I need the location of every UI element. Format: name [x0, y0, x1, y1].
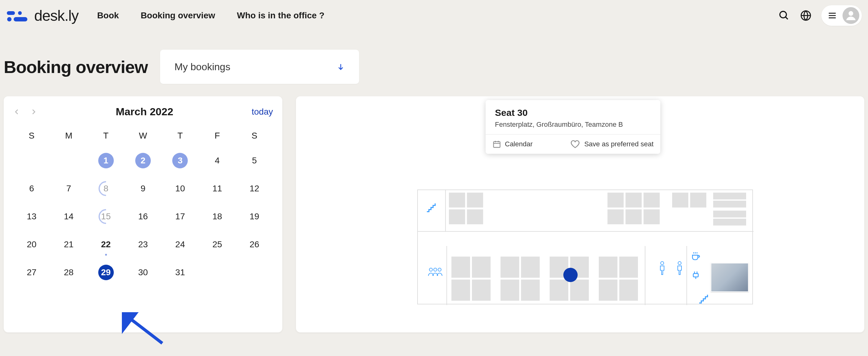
- content: March 2022 today SMTWTFS1234567891011121…: [0, 96, 868, 332]
- popover-subtitle: Fensterplatz, Großraumbüro, Teamzone B: [495, 121, 651, 129]
- person-icon: [658, 261, 666, 275]
- nav-who[interactable]: Who is in the office ?: [237, 10, 324, 21]
- calendar-day[interactable]: 21: [50, 236, 87, 253]
- arrow-down-icon: [337, 63, 345, 71]
- calendar-day[interactable]: 20: [13, 236, 50, 253]
- calendar-dow: T: [87, 131, 124, 141]
- calendar-day[interactable]: 4: [199, 153, 236, 169]
- coffee-icon: [691, 251, 701, 261]
- svg-point-10: [849, 11, 854, 16]
- main-nav: Book Booking overview Who is in the offi…: [97, 10, 324, 21]
- calendar-day[interactable]: 15: [87, 208, 124, 225]
- calendar-day[interactable]: 19: [236, 208, 273, 225]
- popover-calendar-label: Calendar: [505, 140, 532, 148]
- cursor-arrow-annotation: [122, 312, 165, 346]
- person-icon: [676, 261, 683, 275]
- search-icon: [778, 10, 789, 21]
- globe-icon: [800, 10, 811, 21]
- calendar-day[interactable]: 5: [236, 153, 273, 169]
- calendar-dow: S: [236, 131, 273, 141]
- calendar-day[interactable]: 9: [124, 181, 161, 197]
- hamburger-icon: [828, 11, 837, 20]
- svg-point-15: [438, 268, 441, 271]
- nav-book[interactable]: Book: [97, 10, 119, 21]
- calendar-header: March 2022 today: [13, 106, 273, 118]
- svg-rect-18: [693, 274, 698, 277]
- dropdown-label: My bookings: [175, 61, 230, 73]
- avatar: [842, 7, 859, 24]
- svg-point-17: [678, 262, 681, 265]
- room-thumbnail[interactable]: [711, 263, 749, 292]
- today-button[interactable]: today: [252, 107, 273, 117]
- calendar-day[interactable]: 3: [162, 153, 199, 169]
- calendar-day[interactable]: 12: [236, 181, 273, 197]
- heart-icon: [570, 139, 580, 149]
- calendar-day: [199, 264, 236, 281]
- calendar-day[interactable]: 27: [13, 264, 50, 281]
- calendar-dow: W: [124, 131, 161, 141]
- calendar-day[interactable]: 1: [87, 153, 124, 169]
- floorplan-card: Seat 30 Fensterplatz, Großraumbüro, Team…: [296, 96, 864, 332]
- nav-overview[interactable]: Booking overview: [141, 10, 215, 21]
- bookings-filter-dropdown[interactable]: My bookings: [160, 50, 359, 84]
- svg-point-14: [434, 268, 437, 271]
- svg-point-2: [7, 17, 11, 22]
- calendar-day[interactable]: 7: [50, 181, 87, 197]
- search-button[interactable]: [778, 9, 790, 22]
- calendar-day[interactable]: 16: [124, 208, 161, 225]
- calendar-day[interactable]: 11: [199, 181, 236, 197]
- calendar-day[interactable]: 14: [50, 208, 87, 225]
- svg-rect-3: [14, 17, 27, 22]
- plug-icon: [691, 270, 701, 280]
- calendar-day[interactable]: 24: [162, 236, 199, 253]
- svg-point-1: [18, 11, 22, 15]
- calendar-day[interactable]: 23: [124, 236, 161, 253]
- svg-point-4: [780, 11, 786, 18]
- stairs-icon: [698, 293, 710, 305]
- calendar-day[interactable]: 8: [87, 181, 124, 197]
- calendar-dow: F: [199, 131, 236, 141]
- calendar-day: [50, 153, 87, 169]
- seat-popover: Seat 30 Fensterplatz, Großraumbüro, Team…: [486, 100, 660, 154]
- calendar-day[interactable]: 10: [162, 181, 199, 197]
- calendar-day[interactable]: 18: [199, 208, 236, 225]
- svg-point-13: [429, 268, 432, 271]
- svg-line-12: [127, 317, 162, 343]
- logo[interactable]: desk.ly: [6, 7, 79, 24]
- popover-title: Seat 30: [495, 107, 651, 118]
- calendar-dow: T: [162, 131, 199, 141]
- calendar-day[interactable]: 26: [236, 236, 273, 253]
- calendar-day[interactable]: 2: [124, 153, 161, 169]
- calendar-day[interactable]: 28: [50, 264, 87, 281]
- calendar-dow: S: [13, 131, 50, 141]
- calendar-day[interactable]: 31: [162, 264, 199, 281]
- calendar-day[interactable]: 29: [87, 264, 124, 281]
- popover-save-action[interactable]: Save as preferred seat: [570, 139, 653, 149]
- calendar-day[interactable]: 25: [199, 236, 236, 253]
- floorplan[interactable]: [417, 190, 753, 304]
- svg-rect-0: [7, 11, 15, 15]
- selected-seat-marker[interactable]: [563, 268, 578, 282]
- logo-text: desk.ly: [34, 7, 79, 24]
- calendar-icon: [492, 140, 501, 149]
- calendar-day[interactable]: 17: [162, 208, 199, 225]
- calendar-month-label: March 2022: [37, 106, 252, 118]
- next-month-button[interactable]: [30, 108, 37, 116]
- calendar-dow: M: [50, 131, 87, 141]
- title-row: Booking overview My bookings: [0, 31, 868, 96]
- popover-save-label: Save as preferred seat: [584, 140, 653, 148]
- calendar-day[interactable]: 13: [13, 208, 50, 225]
- calendar-day[interactable]: 30: [124, 264, 161, 281]
- header-right: [778, 5, 862, 26]
- popover-calendar-action[interactable]: Calendar: [492, 140, 532, 149]
- stairs-icon: [425, 201, 438, 214]
- calendar-day[interactable]: 6: [13, 181, 50, 197]
- svg-rect-19: [494, 142, 500, 148]
- header: desk.ly Book Booking overview Who is in …: [0, 0, 868, 31]
- prev-month-button[interactable]: [13, 108, 21, 116]
- language-button[interactable]: [800, 9, 812, 22]
- logo-icon: [6, 9, 30, 22]
- calendar-day[interactable]: 22: [87, 236, 124, 253]
- profile-menu[interactable]: [822, 5, 862, 26]
- svg-line-5: [786, 17, 788, 20]
